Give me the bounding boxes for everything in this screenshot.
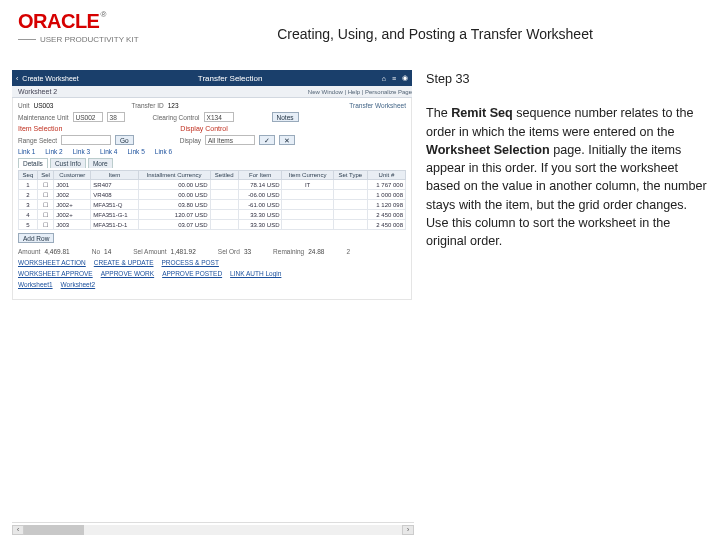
back-label[interactable]: Create Worksheet	[22, 75, 78, 82]
horizontal-scrollbar[interactable]: ‹ ›	[12, 522, 414, 536]
col-sel[interactable]: Sel	[37, 171, 53, 180]
step-label: Step 33	[426, 70, 708, 88]
grid-link[interactable]: Link 1	[18, 148, 35, 155]
cancel-button[interactable]: ✕	[279, 135, 295, 145]
maintunit-label: Maintenance Unit	[18, 114, 69, 121]
back-icon[interactable]: ‹	[16, 75, 18, 82]
action-link[interactable]: WORKSHEET APPROVE	[18, 270, 93, 277]
section-item-selection: Item Selection	[18, 125, 62, 132]
col-unit[interactable]: Unit #	[367, 171, 405, 180]
selamount-label: Sel Amount	[133, 248, 166, 255]
user-icon[interactable]: ◉	[402, 74, 408, 82]
unit-label: Unit	[18, 102, 30, 109]
table-row[interactable]: 1☐J001SR40700.00 USD78.14 USDIT1 767 000	[19, 180, 406, 190]
tab-details[interactable]: Details	[18, 158, 48, 168]
col-foritem[interactable]: For Item	[238, 171, 282, 180]
display-label: Display	[180, 137, 201, 144]
col-seq[interactable]: Seq	[19, 171, 38, 180]
table-row[interactable]: 2☐J002VR40800.00 USD-06.00 USD1 000 008	[19, 190, 406, 200]
unit-value: US003	[34, 102, 54, 109]
clearing-input[interactable]: X134	[204, 112, 234, 122]
col-itemcur[interactable]: Item Currency	[282, 171, 333, 180]
col-settled[interactable]: Settled	[210, 171, 238, 180]
display-select[interactable]: All Items	[205, 135, 255, 145]
section-display-control: Display Control	[180, 125, 227, 132]
table-row[interactable]: 3☐J002+MFA351-Q03.80 USD-61.00 USD1 120 …	[19, 200, 406, 210]
menu-icon[interactable]: ≡	[392, 75, 396, 82]
app-topbar: ‹ Create Worksheet Transfer Selection ⌂ …	[12, 70, 412, 86]
foot-link[interactable]: Worksheet1	[18, 281, 53, 288]
remaining-label: Remaining	[273, 248, 304, 255]
instruction-text: The Remit Seq sequence number relates to…	[426, 104, 708, 250]
notes-button[interactable]: Notes	[272, 112, 299, 122]
action-link[interactable]: WORKSHEET ACTION	[18, 259, 86, 266]
tab-custinfo[interactable]: Cust Info	[50, 158, 86, 168]
clearing-label: Clearing Control	[153, 114, 200, 121]
action-link[interactable]: CREATE & UPDATE	[94, 259, 154, 266]
action-link[interactable]: APPROVE POSTED	[162, 270, 222, 277]
remaining-value: 24.88	[308, 248, 324, 255]
tab-worksheet2[interactable]: Worksheet 2	[18, 88, 57, 95]
selord-value: 33	[244, 248, 251, 255]
grid-link[interactable]: Link 5	[127, 148, 144, 155]
table-row[interactable]: 4☐J002+MFA351-G-1120.07 USD33.30 USD2 45…	[19, 210, 406, 220]
go-button[interactable]: Go	[115, 135, 134, 145]
col-cust[interactable]: Customer	[54, 171, 91, 180]
brand-subtitle: USER PRODUCTIVITY KIT	[40, 35, 139, 44]
col-item[interactable]: Item	[91, 171, 138, 180]
home-icon[interactable]: ⌂	[382, 75, 386, 82]
transferid-label: Transfer ID	[131, 102, 163, 109]
maintunit-input[interactable]: US002	[73, 112, 103, 122]
scroll-right-icon[interactable]: ›	[402, 525, 414, 535]
no-value: 14	[104, 248, 111, 255]
selord-label: Sel Ord	[218, 248, 240, 255]
window-meta[interactable]: New Window | Help | Personalize Page	[308, 89, 412, 95]
brand-logo: ORACLE	[18, 10, 99, 32]
maintunit2-input[interactable]: 38	[107, 112, 125, 122]
no-label: No	[92, 248, 100, 255]
amount-value: 4,469.81	[44, 248, 69, 255]
brand-tm: ®	[100, 10, 106, 19]
page-title: Creating, Using, and Posting a Transfer …	[168, 10, 702, 42]
app-screenshot: ‹ Create Worksheet Transfer Selection ⌂ …	[12, 70, 412, 300]
action-link[interactable]: APPROVE WORK	[101, 270, 154, 277]
amount-label: Amount	[18, 248, 40, 255]
range-select-label: Range Select	[18, 137, 57, 144]
action-link[interactable]: LINK AUTH Login	[230, 270, 281, 277]
transferid-value: 123	[168, 102, 179, 109]
status-text: Transfer Worksheet	[349, 102, 406, 109]
count-value: 2	[346, 248, 350, 255]
grid-link[interactable]: Link 4	[100, 148, 117, 155]
table-row[interactable]: 5☐J003MFA351-D-103.07 USD33.30 USD2 450 …	[19, 220, 406, 230]
grid-link[interactable]: Link 2	[45, 148, 62, 155]
app-title: Transfer Selection	[79, 74, 382, 83]
scroll-left-icon[interactable]: ‹	[12, 525, 24, 535]
brand-block: ORACLE® USER PRODUCTIVITY KIT	[18, 10, 168, 44]
tab-more[interactable]: More	[88, 158, 113, 168]
foot-link[interactable]: Worksheet2	[61, 281, 96, 288]
selamount-value: 1,481.92	[171, 248, 196, 255]
add-row-button[interactable]: Add Row	[18, 233, 54, 243]
action-link[interactable]: PROCESS & POST	[162, 259, 219, 266]
worksheet-grid[interactable]: Seq Sel Customer Item Installment Curren…	[18, 170, 406, 230]
grid-link[interactable]: Link 3	[73, 148, 90, 155]
ok-button[interactable]: ✓	[259, 135, 275, 145]
col-settype[interactable]: Set Type	[333, 171, 367, 180]
range-select-input[interactable]	[61, 135, 111, 145]
grid-link[interactable]: Link 6	[155, 148, 172, 155]
instruction-panel: Step 33 The Remit Seq sequence number re…	[426, 70, 708, 300]
col-inst[interactable]: Installment Currency	[138, 171, 210, 180]
